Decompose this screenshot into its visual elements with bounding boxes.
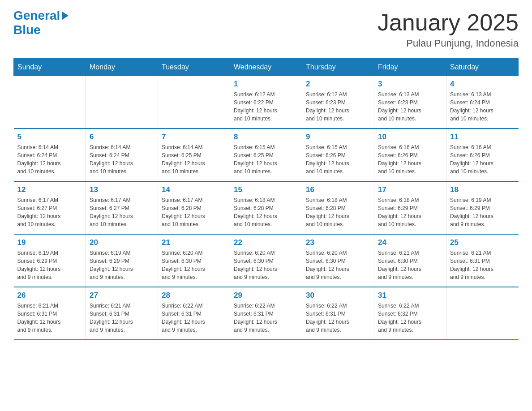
day-info: Sunrise: 6:18 AMSunset: 6:28 PMDaylight:… [234, 196, 298, 228]
title-block: January 2025 Pulau Punjung, Indonesia [378, 9, 519, 49]
weekday-header-row: SundayMondayTuesdayWednesdayThursdayFrid… [14, 59, 519, 76]
calendar-cell: 8Sunrise: 6:15 AMSunset: 6:25 PMDaylight… [230, 128, 302, 181]
logo-blue: Blue [13, 23, 41, 37]
day-info: Sunrise: 6:18 AMSunset: 6:28 PMDaylight:… [306, 196, 370, 228]
day-info: Sunrise: 6:19 AMSunset: 6:29 PMDaylight:… [90, 249, 154, 281]
weekday-header-saturday: Saturday [446, 59, 519, 76]
day-info: Sunrise: 6:15 AMSunset: 6:26 PMDaylight:… [306, 143, 370, 176]
day-info: Sunrise: 6:17 AMSunset: 6:27 PMDaylight:… [17, 196, 82, 228]
day-info: Sunrise: 6:16 AMSunset: 6:26 PMDaylight:… [378, 143, 442, 176]
calendar-cell: 1Sunrise: 6:12 AMSunset: 6:22 PMDaylight… [230, 76, 302, 129]
day-number: 7 [162, 133, 226, 141]
calendar-cell [158, 76, 230, 129]
week-row-2: 5Sunrise: 6:14 AMSunset: 6:24 PMDaylight… [14, 128, 519, 181]
day-info: Sunrise: 6:22 AMSunset: 6:31 PMDaylight:… [234, 302, 298, 334]
day-info: Sunrise: 6:14 AMSunset: 6:24 PMDaylight:… [17, 143, 82, 176]
calendar-cell: 4Sunrise: 6:13 AMSunset: 6:24 PMDaylight… [446, 76, 519, 129]
week-row-1: 1Sunrise: 6:12 AMSunset: 6:22 PMDaylight… [14, 76, 519, 129]
day-info: Sunrise: 6:13 AMSunset: 6:23 PMDaylight:… [378, 90, 442, 123]
day-number: 23 [306, 238, 370, 247]
calendar-title: January 2025 [378, 9, 519, 36]
calendar-cell: 24Sunrise: 6:21 AMSunset: 6:30 PMDayligh… [374, 234, 446, 287]
logo: General Blue [13, 9, 69, 37]
day-number: 6 [90, 133, 154, 141]
calendar-cell: 3Sunrise: 6:13 AMSunset: 6:23 PMDaylight… [374, 76, 446, 129]
calendar-cell: 13Sunrise: 6:17 AMSunset: 6:27 PMDayligh… [86, 181, 158, 234]
day-info: Sunrise: 6:20 AMSunset: 6:30 PMDaylight:… [234, 249, 298, 281]
day-info: Sunrise: 6:20 AMSunset: 6:30 PMDaylight:… [162, 249, 226, 281]
day-number: 20 [90, 238, 154, 247]
day-info: Sunrise: 6:14 AMSunset: 6:24 PMDaylight:… [90, 143, 154, 176]
day-number: 3 [378, 80, 442, 89]
calendar-cell: 5Sunrise: 6:14 AMSunset: 6:24 PMDaylight… [14, 128, 86, 181]
day-info: Sunrise: 6:14 AMSunset: 6:25 PMDaylight:… [162, 143, 226, 176]
weekday-header-thursday: Thursday [302, 59, 374, 76]
day-info: Sunrise: 6:19 AMSunset: 6:29 PMDaylight:… [17, 249, 82, 281]
day-number: 19 [17, 238, 82, 247]
day-info: Sunrise: 6:15 AMSunset: 6:25 PMDaylight:… [234, 143, 298, 176]
calendar-cell: 12Sunrise: 6:17 AMSunset: 6:27 PMDayligh… [14, 181, 86, 234]
day-number: 31 [378, 291, 442, 300]
day-number: 9 [306, 133, 370, 141]
day-number: 18 [450, 185, 515, 194]
weekday-header-friday: Friday [374, 59, 446, 76]
day-info: Sunrise: 6:21 AMSunset: 6:31 PMDaylight:… [450, 249, 515, 281]
calendar-cell: 22Sunrise: 6:20 AMSunset: 6:30 PMDayligh… [230, 234, 302, 287]
day-number: 30 [306, 291, 370, 300]
day-info: Sunrise: 6:17 AMSunset: 6:27 PMDaylight:… [90, 196, 154, 228]
day-info: Sunrise: 6:17 AMSunset: 6:28 PMDaylight:… [162, 196, 226, 228]
calendar-cell: 17Sunrise: 6:18 AMSunset: 6:29 PMDayligh… [374, 181, 446, 234]
day-number: 21 [162, 238, 226, 247]
calendar-cell: 25Sunrise: 6:21 AMSunset: 6:31 PMDayligh… [446, 234, 519, 287]
calendar-cell: 9Sunrise: 6:15 AMSunset: 6:26 PMDaylight… [302, 128, 374, 181]
day-number: 25 [450, 238, 515, 247]
day-number: 5 [17, 133, 82, 141]
calendar-table: SundayMondayTuesdayWednesdayThursdayFrid… [13, 58, 519, 340]
calendar-cell: 2Sunrise: 6:12 AMSunset: 6:23 PMDaylight… [302, 76, 374, 129]
day-info: Sunrise: 6:12 AMSunset: 6:23 PMDaylight:… [306, 90, 370, 123]
day-number: 12 [17, 185, 82, 194]
calendar-cell: 19Sunrise: 6:19 AMSunset: 6:29 PMDayligh… [14, 234, 86, 287]
calendar-cell: 15Sunrise: 6:18 AMSunset: 6:28 PMDayligh… [230, 181, 302, 234]
weekday-header-monday: Monday [86, 59, 158, 76]
day-number: 13 [90, 185, 154, 194]
day-info: Sunrise: 6:22 AMSunset: 6:32 PMDaylight:… [378, 302, 442, 334]
calendar-cell: 26Sunrise: 6:21 AMSunset: 6:31 PMDayligh… [14, 287, 86, 340]
day-number: 11 [450, 133, 515, 141]
day-number: 24 [378, 238, 442, 247]
day-number: 28 [162, 291, 226, 300]
calendar-cell: 7Sunrise: 6:14 AMSunset: 6:25 PMDaylight… [158, 128, 230, 181]
day-number: 4 [450, 80, 515, 89]
day-number: 10 [378, 133, 442, 141]
week-row-3: 12Sunrise: 6:17 AMSunset: 6:27 PMDayligh… [14, 181, 519, 234]
day-number: 16 [306, 185, 370, 194]
logo-arrow-icon [62, 12, 69, 20]
day-info: Sunrise: 6:19 AMSunset: 6:29 PMDaylight:… [450, 196, 515, 228]
day-info: Sunrise: 6:21 AMSunset: 6:31 PMDaylight:… [90, 302, 154, 334]
calendar-cell: 16Sunrise: 6:18 AMSunset: 6:28 PMDayligh… [302, 181, 374, 234]
day-number: 14 [162, 185, 226, 194]
calendar-cell: 30Sunrise: 6:22 AMSunset: 6:31 PMDayligh… [302, 287, 374, 340]
calendar-cell: 10Sunrise: 6:16 AMSunset: 6:26 PMDayligh… [374, 128, 446, 181]
day-info: Sunrise: 6:21 AMSunset: 6:30 PMDaylight:… [378, 249, 442, 281]
calendar-cell: 14Sunrise: 6:17 AMSunset: 6:28 PMDayligh… [158, 181, 230, 234]
calendar-cell [446, 287, 519, 340]
day-info: Sunrise: 6:22 AMSunset: 6:31 PMDaylight:… [306, 302, 370, 334]
day-number: 27 [90, 291, 154, 300]
day-number: 26 [17, 291, 82, 300]
calendar-cell: 27Sunrise: 6:21 AMSunset: 6:31 PMDayligh… [86, 287, 158, 340]
day-number: 15 [234, 185, 298, 194]
day-number: 22 [234, 238, 298, 247]
day-info: Sunrise: 6:21 AMSunset: 6:31 PMDaylight:… [17, 302, 82, 334]
day-info: Sunrise: 6:20 AMSunset: 6:30 PMDaylight:… [306, 249, 370, 281]
calendar-cell: 23Sunrise: 6:20 AMSunset: 6:30 PMDayligh… [302, 234, 374, 287]
calendar-cell: 20Sunrise: 6:19 AMSunset: 6:29 PMDayligh… [86, 234, 158, 287]
calendar-cell [14, 76, 86, 129]
calendar-subtitle: Pulau Punjung, Indonesia [378, 38, 519, 49]
day-number: 2 [306, 80, 370, 89]
weekday-header-tuesday: Tuesday [158, 59, 230, 76]
page: General Blue January 2025 Pulau Punjung,… [0, 0, 532, 349]
calendar-cell: 6Sunrise: 6:14 AMSunset: 6:24 PMDaylight… [86, 128, 158, 181]
logo-general: General [13, 9, 60, 22]
day-info: Sunrise: 6:16 AMSunset: 6:26 PMDaylight:… [450, 143, 515, 176]
